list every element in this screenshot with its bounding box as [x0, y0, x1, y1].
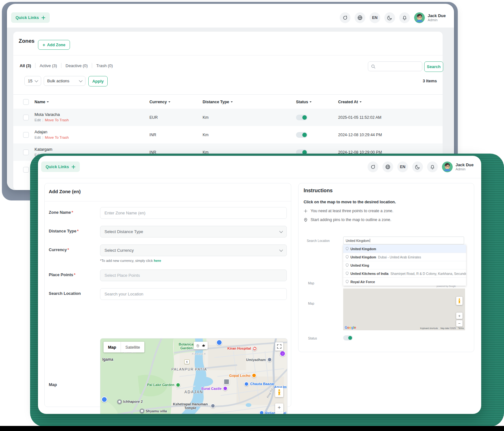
place-points-label: Place Points*	[49, 272, 75, 277]
demo-status-label: Status	[308, 337, 317, 340]
status-toggle[interactable]	[296, 132, 307, 138]
user-menu[interactable]: Jack Due Admin	[414, 12, 446, 23]
notifications-button[interactable]	[399, 12, 410, 23]
pin-icon	[345, 255, 349, 259]
avatar	[442, 162, 453, 172]
moon-icon	[387, 15, 393, 21]
bulk-actions-select[interactable]: Bulk actions	[44, 76, 85, 86]
map-place-label: Kiran HospitalH	[227, 346, 257, 351]
edit-link[interactable]: Edit	[35, 136, 41, 139]
satellite-tab[interactable]: Satellite	[121, 342, 144, 352]
search-icon	[371, 64, 375, 69]
pin-icon	[345, 263, 349, 267]
pegman-control[interactable]	[275, 388, 283, 397]
map-marker-icon	[211, 403, 215, 408]
tab-trash[interactable]: Trash (0)	[96, 63, 113, 68]
tab-active[interactable]: Active (3)	[40, 63, 57, 68]
page-title: Zones	[19, 38, 35, 44]
row-checkbox[interactable]	[23, 149, 29, 155]
pegman-control	[456, 297, 463, 305]
theme-brush-button[interactable]	[340, 12, 350, 23]
fullscreen-button[interactable]	[275, 342, 283, 351]
add-currency-link[interactable]: here	[154, 259, 161, 263]
search-button[interactable]: Search	[424, 61, 443, 72]
column-distance-type[interactable]: Distance Type	[203, 100, 296, 104]
currency-helper: *To add new currency, simply click here	[100, 259, 161, 263]
status-toggle[interactable]	[296, 115, 307, 120]
map-place-label: Umiyadham	[246, 357, 272, 362]
globe-icon	[385, 164, 391, 170]
instructions-subtitle: Click on the map to move to the desired …	[304, 200, 396, 204]
distance-type-select[interactable]: Select Distance Type	[100, 226, 287, 238]
google-map[interactable]: Botanical GardenRANDERKiran HospitalHUmi…	[100, 338, 287, 414]
globe-button[interactable]	[355, 12, 365, 23]
zoom-out-button[interactable]: −	[278, 412, 281, 414]
zoom-in-button[interactable]: +	[278, 404, 281, 412]
zoom-control: + −	[275, 403, 283, 414]
search-input[interactable]	[368, 61, 422, 71]
apply-button[interactable]: Apply	[88, 76, 108, 86]
place-points-input[interactable]: Select Place Points	[100, 269, 287, 281]
row-checkbox[interactable]	[23, 115, 29, 120]
zoom-out-button: −	[456, 320, 463, 326]
column-name[interactable]: Name	[35, 100, 149, 104]
tab-deactive[interactable]: Deactive (0)	[66, 63, 88, 68]
items-count: 3 Items	[423, 79, 437, 83]
quick-links-button[interactable]: Quick Links	[11, 12, 50, 23]
dark-mode-button[interactable]	[412, 162, 423, 172]
distance-type-value: Select Distance Type	[104, 229, 143, 234]
drawing-controls[interactable]	[194, 342, 208, 349]
dark-mode-button[interactable]	[384, 12, 395, 23]
row-checkbox[interactable]	[23, 167, 29, 173]
language-button[interactable]: EN	[369, 12, 380, 23]
user-menu[interactable]: Jack Due Admin	[442, 162, 474, 172]
map-marker-icon	[223, 386, 228, 391]
zone-name-input[interactable]	[100, 207, 287, 219]
distance-type-cell: Km	[203, 133, 296, 137]
quick-links-button[interactable]: Quick Links	[41, 162, 80, 172]
column-currency[interactable]: Currency	[149, 100, 203, 104]
place-points-value: Select Place Points	[104, 273, 140, 278]
edit-link[interactable]: Edit	[35, 118, 41, 122]
globe-button[interactable]	[382, 162, 393, 172]
chevron-down-icon	[279, 229, 283, 233]
currency-select[interactable]: Select Currency	[100, 244, 287, 256]
language-label: EN	[372, 16, 377, 20]
row-checkbox[interactable]	[23, 132, 29, 138]
map-place-label: Gopal Locho	[229, 373, 256, 378]
moon-icon	[415, 164, 420, 170]
map-marker-icon	[176, 383, 180, 387]
bell-icon	[402, 15, 407, 21]
per-page-select[interactable]: 15	[24, 76, 41, 86]
user-name: Jack Due	[428, 13, 446, 18]
demo-map-label: Map	[308, 282, 314, 285]
column-status[interactable]: Status	[296, 100, 338, 104]
suggestion-item: United Kitchens of India Shamirpet Road,…	[343, 269, 466, 277]
move-to-trash-link[interactable]: Move To Trash	[45, 118, 69, 122]
tab-all[interactable]: All (3)	[20, 63, 31, 68]
language-button[interactable]: EN	[397, 162, 408, 172]
brush-icon	[370, 164, 376, 170]
divider	[13, 55, 443, 55]
map-marker-icon: H	[252, 346, 257, 351]
map-marker-icon: ♪	[280, 351, 286, 357]
sort-caret-icon	[47, 101, 49, 103]
map-place-label: Chauta Baazar	[244, 382, 274, 386]
pin-icon	[304, 218, 308, 222]
globe-icon	[357, 15, 363, 21]
notifications-button[interactable]	[427, 162, 438, 172]
map-place-label: Ichhapore 2	[117, 399, 143, 404]
search-location-input[interactable]	[100, 288, 287, 300]
suggestion-item: United King	[343, 261, 466, 269]
move-to-trash-link[interactable]: Move To Trash	[45, 136, 69, 139]
add-zone-button[interactable]: + Add Zone	[38, 40, 70, 50]
map-tab[interactable]: Map	[104, 342, 121, 352]
select-all-checkbox[interactable]	[23, 99, 29, 105]
column-created-at[interactable]: Created At	[338, 100, 443, 104]
instructions-title: Instructions	[304, 188, 333, 193]
divider	[45, 201, 291, 201]
chevron-down-icon	[79, 79, 82, 82]
theme-brush-button[interactable]	[368, 162, 378, 172]
pegman-icon	[458, 298, 461, 304]
divider	[38, 178, 481, 178]
